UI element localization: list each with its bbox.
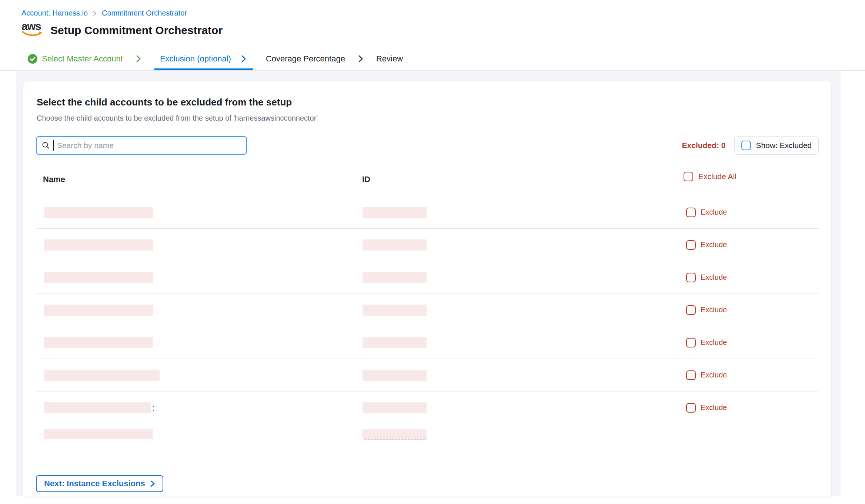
page-title: Setup Commitment Orchestrator	[50, 23, 223, 38]
row-exclude-control[interactable]: Exclude	[686, 240, 727, 250]
step-chevron-icon	[136, 54, 141, 63]
table-row: Exclude	[36, 326, 819, 359]
redacted-id-bar	[363, 239, 427, 251]
step-label: Select Master Account	[42, 54, 123, 64]
redacted-name-bar	[44, 239, 153, 251]
screen: Account: Harness.io Commitment Orchestra…	[0, 0, 865, 504]
step-chevron-icon	[241, 54, 247, 63]
table-row: Exclude	[36, 229, 819, 261]
step-label: Exclusion (optional)	[160, 54, 231, 64]
exclude-label: Exclude	[701, 306, 727, 314]
excluded-count-badge: Excluded: 0	[682, 141, 726, 150]
table-toolbar: Excluded: 0 Show: Excluded	[36, 136, 819, 155]
redacted-name-bar	[44, 337, 153, 348]
redacted-name-suffix: ;	[152, 404, 154, 412]
table-header: Name ID Exclude All	[36, 166, 819, 196]
exclusion-panel: Select the child accounts to be excluded…	[23, 81, 832, 496]
redacted-name-bar	[44, 429, 153, 439]
panel-subtitle: Choose the child accounts to be excluded…	[37, 113, 819, 123]
title-row: aws Setup Commitment Orchestrator	[21, 21, 223, 38]
redacted-name-bar	[44, 207, 153, 218]
breadcrumb-chevron-icon	[93, 10, 97, 16]
row-exclude-control[interactable]: Exclude	[686, 208, 727, 217]
step-select-master-account[interactable]: Select Master Account	[28, 54, 123, 64]
row-exclude-control[interactable]: Exclude	[686, 305, 727, 315]
row-exclude-control[interactable]: Exclude	[686, 273, 727, 282]
breadcrumb: Account: Harness.io Commitment Orchestra…	[21, 9, 187, 17]
column-header-id: ID	[362, 175, 370, 184]
step-label: Coverage Percentage	[266, 54, 345, 64]
text-caret	[53, 140, 54, 151]
redacted-id-bar	[363, 305, 427, 316]
row-exclude-control[interactable]: Exclude	[686, 370, 727, 380]
search-input[interactable]	[57, 141, 241, 150]
redacted-id-bar	[363, 429, 427, 440]
exclude-all-control[interactable]: Exclude All	[684, 172, 737, 181]
exclude-all-checkbox[interactable]	[684, 172, 693, 181]
redacted-name-bar	[44, 370, 160, 381]
table-row: Exclude	[36, 261, 819, 294]
row-exclude-control[interactable]: Exclude	[686, 338, 727, 347]
exclude-label: Exclude	[701, 338, 727, 347]
redacted-id-bar	[363, 370, 427, 381]
column-header-name: Name	[43, 175, 65, 184]
show-excluded-toggle[interactable]: Show: Excluded	[734, 136, 819, 155]
redacted-id-bar	[363, 337, 427, 348]
panel-title: Select the child accounts to be excluded…	[37, 96, 819, 108]
redacted-id-bar	[363, 402, 427, 413]
next-button[interactable]: Next: Instance Exclusions	[36, 475, 163, 492]
row-exclude-control[interactable]: Exclude	[686, 403, 727, 413]
exclude-checkbox[interactable]	[686, 305, 696, 315]
breadcrumb-page-link[interactable]: Commitment Orchestrator	[102, 9, 187, 17]
next-button-chevron-icon	[150, 480, 155, 488]
show-excluded-label: Show: Excluded	[756, 141, 812, 150]
exclude-checkbox[interactable]	[686, 338, 696, 347]
setup-stepper: Select Master Account Exclusion (optiona…	[28, 53, 403, 65]
breadcrumb-account-link[interactable]: Account: Harness.io	[21, 9, 88, 17]
step-exclusion-tab-active[interactable]: Exclusion (optional)	[154, 54, 253, 64]
step-review[interactable]: Review	[376, 54, 403, 64]
show-excluded-checkbox[interactable]	[741, 141, 751, 150]
exclude-label: Exclude	[701, 273, 727, 282]
exclude-label: Exclude	[701, 241, 727, 249]
redacted-name-bar	[44, 305, 153, 316]
redacted-name-bar	[44, 402, 151, 413]
exclude-checkbox[interactable]	[686, 403, 696, 413]
redacted-id-bar	[363, 272, 427, 283]
redacted-name-bar	[44, 272, 153, 283]
exclude-checkbox[interactable]	[686, 273, 696, 282]
table-row: Exclude	[36, 294, 819, 326]
step-chevron-icon	[358, 54, 364, 63]
exclude-all-label: Exclude All	[698, 172, 737, 181]
exclude-checkbox[interactable]	[686, 240, 696, 250]
table-row: Exclude	[36, 196, 819, 229]
step-coverage-percentage[interactable]: Coverage Percentage	[266, 54, 345, 64]
step-label: Review	[376, 54, 403, 64]
search-icon	[41, 141, 50, 150]
table-row: Exclude	[36, 424, 819, 440]
search-box[interactable]	[36, 136, 247, 155]
toolbar-right: Excluded: 0 Show: Excluded	[682, 136, 819, 155]
next-button-label: Next: Instance Exclusions	[44, 479, 145, 488]
aws-logo: aws	[21, 21, 44, 38]
exclude-label: Exclude	[701, 403, 727, 412]
top-header: Account: Harness.io Commitment Orchestra…	[0, 0, 865, 71]
table-row: Exclude	[36, 359, 819, 392]
exclude-checkbox[interactable]	[686, 208, 696, 217]
exclude-label: Exclude	[701, 208, 727, 216]
step-completed-check-icon	[28, 54, 37, 64]
aws-smile-icon	[22, 31, 43, 37]
table-row: ; Exclude	[36, 392, 819, 424]
redacted-id-bar	[363, 207, 427, 218]
exclude-checkbox[interactable]	[686, 370, 696, 380]
exclude-label: Exclude	[701, 371, 727, 379]
accounts-table-scroll-area[interactable]: Exclude Exclude Exclude	[36, 196, 819, 440]
